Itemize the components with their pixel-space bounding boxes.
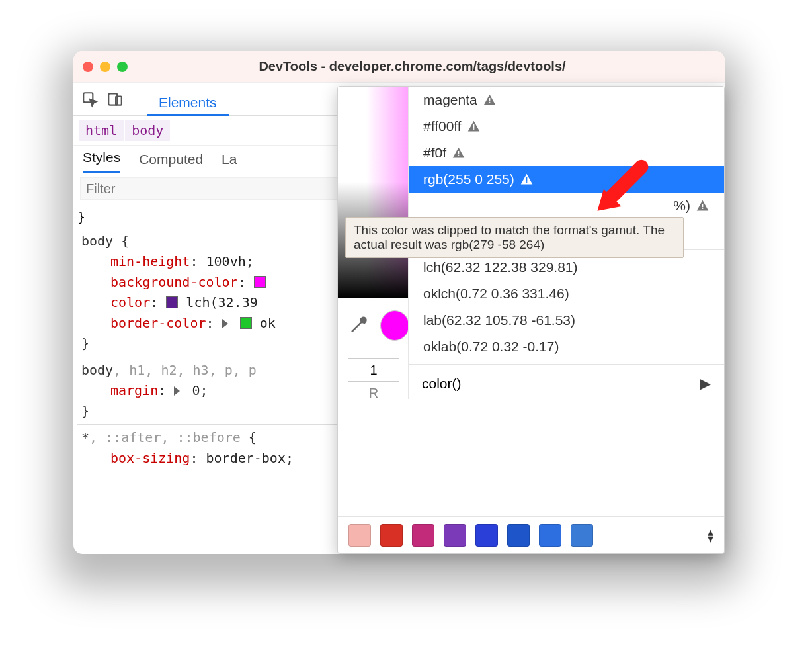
svg-rect-5 (489, 102, 490, 103)
format-option-magenta[interactable]: magenta (409, 87, 724, 113)
eyedropper-icon[interactable] (348, 315, 368, 336)
chevron-right-icon: ▶ (700, 375, 711, 392)
format-option-oklch[interactable]: oklch(0.72 0.36 331.46) (409, 281, 724, 307)
palette-swatch[interactable] (539, 524, 561, 547)
svg-rect-12 (702, 204, 704, 207)
crumb-body[interactable]: body (125, 120, 170, 141)
gamut-clip-tooltip: This color was clipped to match the form… (345, 217, 684, 258)
palette-row: ▴▾ (338, 516, 724, 553)
format-option-rgb[interactable]: rgb(255 0 255) (409, 166, 724, 193)
close-window-button[interactable] (83, 62, 93, 72)
tab-computed[interactable]: Computed (139, 152, 203, 173)
current-color-swatch[interactable] (380, 310, 409, 341)
tab-elements[interactable]: Elements (147, 91, 229, 116)
gamut-warning-icon (452, 146, 466, 160)
divider (136, 88, 136, 111)
format-option-oklab[interactable]: oklab(0.72 0.32 -0.17) (409, 334, 724, 360)
format-option-hex3[interactable]: #f0f (409, 140, 724, 166)
color-picker-popover[interactable]: 1 R magenta #ff00ff #f0f rgb(255 0 255) … (337, 86, 725, 554)
color-swatch-magenta[interactable] (254, 276, 266, 288)
gamut-warning-icon (467, 120, 481, 134)
format-option-color-func[interactable]: color() ▶ (409, 369, 724, 399)
format-option-hex6[interactable]: #ff00ff (409, 113, 724, 140)
svg-rect-7 (473, 128, 474, 130)
palette-swatch[interactable] (348, 524, 371, 547)
device-toggle-icon[interactable] (105, 89, 125, 109)
svg-rect-10 (526, 177, 527, 181)
color-swatch-lch[interactable] (166, 296, 178, 308)
format-separator (409, 364, 724, 365)
palette-swatch[interactable] (475, 524, 498, 547)
channel-inputs: 1 R (338, 358, 409, 401)
palette-swatch[interactable] (571, 524, 593, 547)
color-swatch-ok[interactable] (240, 317, 252, 329)
svg-rect-11 (526, 181, 527, 183)
expand-triangle-icon[interactable] (174, 386, 180, 396)
format-option-hsl-tail[interactable]: %) (409, 193, 724, 219)
svg-point-3 (361, 318, 366, 323)
palette-swatch[interactable] (444, 524, 466, 547)
palette-swatch[interactable] (412, 524, 434, 547)
gamut-warning-icon (520, 173, 534, 187)
channel-label-r: R (369, 386, 378, 401)
traffic-lights (83, 62, 128, 72)
annotation-arrow-icon (591, 157, 654, 223)
palette-swatch[interactable] (380, 524, 403, 547)
format-option-lab[interactable]: lab(62.32 105.78 -61.53) (409, 307, 724, 334)
titlebar: DevTools - developer.chrome.com/tags/dev… (73, 51, 725, 83)
svg-rect-6 (473, 124, 474, 128)
window-title: DevTools - developer.chrome.com/tags/dev… (136, 59, 689, 74)
crumb-html[interactable]: html (79, 120, 124, 141)
inspect-element-icon[interactable] (80, 89, 100, 109)
gamut-warning-icon (696, 199, 710, 213)
svg-rect-8 (458, 151, 460, 154)
tab-styles[interactable]: Styles (83, 150, 120, 173)
svg-rect-9 (458, 155, 460, 156)
alpha-input[interactable]: 1 (348, 358, 399, 382)
svg-rect-13 (702, 208, 704, 209)
minimize-window-button[interactable] (100, 62, 110, 72)
palette-swatch[interactable] (507, 524, 530, 547)
gamut-warning-icon (483, 93, 497, 107)
expand-triangle-icon[interactable] (222, 319, 228, 328)
color-spectrum[interactable] (338, 87, 409, 298)
zoom-window-button[interactable] (117, 62, 128, 72)
eyedropper-row (338, 305, 409, 346)
svg-rect-4 (489, 98, 490, 101)
tab-layout-partial[interactable]: La (222, 152, 237, 173)
format-option-lch[interactable]: lch(62.32 122.38 329.81) (409, 254, 724, 281)
palette-spinner-icon[interactable]: ▴▾ (708, 529, 713, 542)
